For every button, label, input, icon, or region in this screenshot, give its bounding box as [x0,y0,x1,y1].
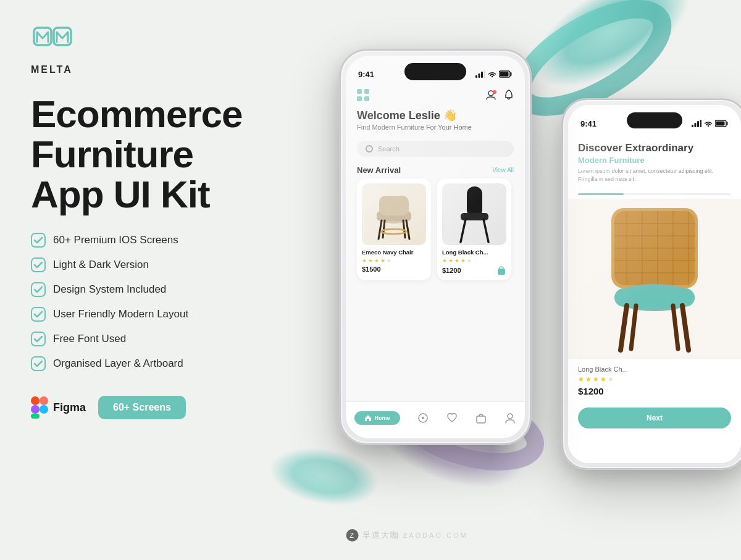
profile-icon [485,90,496,101]
logo-text: MELTA [31,64,73,75]
wifi-icon-2 [704,120,713,127]
chair-black-svg [454,183,495,245]
product-card-1[interactable]: Emeco Navy Chair ★ ★ ★ ★ ★ $1500 [357,178,431,280]
svg-rect-42 [697,121,699,127]
section-header: New Arrival View All [346,162,525,178]
header-icons [485,90,514,101]
dynamic-island-1 [404,63,466,80]
category-icon [417,412,429,424]
grid-icon [357,89,369,101]
screens-badge: 60+ Screens [98,396,186,419]
product-name-1: Emeco Navy Chair [362,249,426,256]
svg-rect-35 [498,269,505,275]
product-card-2[interactable]: Long Black Ch... ★ ★ ★ ★ ★ $1200 [437,178,511,280]
nav-home-label: Home [375,415,390,421]
svg-point-39 [508,414,513,419]
search-bar[interactable]: Search [357,141,514,157]
svg-line-33 [461,219,466,242]
svg-rect-43 [700,120,702,127]
view-all-link[interactable]: View All [492,167,514,173]
phone-frame-2: 9:41 [562,99,741,469]
progress-bar [578,193,731,195]
svg-rect-7 [31,307,45,321]
stars-1: ★ ★ ★ ★ ★ [362,257,426,264]
phone2-desc: Lorem ipsum dolor sit amet, consectetur … [578,167,731,183]
main-heading: Ecommerce Furniture App UI Kit [31,94,272,214]
figma-label: Figma [53,401,86,414]
status-time-1: 9:41 [358,70,374,79]
phone2-subtitle: Modern Furniture [578,156,731,165]
chair-rattan-svg [593,202,716,356]
svg-line-60 [621,306,627,350]
phone-main: 9:41 [340,49,531,445]
svg-rect-12 [31,405,40,414]
status-icons-2 [692,120,729,127]
nav-profile[interactable] [504,412,516,424]
svg-rect-11 [40,396,48,405]
figma-icon [31,396,48,419]
svg-point-37 [422,417,424,419]
feature-item-3: Design System Included [31,282,272,297]
search-circle-icon [366,145,373,153]
product-name-2: Long Black Ch... [442,249,506,256]
logo-icon [31,25,74,62]
check-icon-2 [31,257,46,272]
svg-rect-41 [695,123,697,127]
welcome-section: Welcome Leslie 👋 Find Modern Furniture F… [346,105,525,136]
svg-line-34 [484,219,488,242]
bag-icon [475,412,487,424]
svg-rect-16 [479,73,480,78]
feature-list: 60+ Premium IOS Screens Light & Dark Ver… [31,233,272,371]
svg-line-27 [406,220,409,239]
app-content-2: Discover Extraordinary Modern Furniture … [568,136,741,463]
user-icon [504,412,516,424]
status-time-2: 9:41 [580,119,597,128]
welcome-title: Welcome Leslie 👋 [357,109,514,122]
section-title: New Arrival [357,165,401,175]
nav-category[interactable] [417,412,429,424]
svg-point-14 [40,405,48,414]
product-image-1 [362,183,426,245]
svg-point-30 [382,229,406,234]
search-placeholder: Search [378,145,400,153]
feature-item-2: Light & Dark Version [31,257,272,272]
heading-line2: Furniture [31,133,193,175]
svg-rect-9 [31,357,45,370]
check-icon-6 [31,356,46,371]
next-button[interactable]: Next [578,407,731,428]
phone2-product-info: Long Black Ch... ★ ★ ★ ★ ★ $1200 [568,359,741,403]
svg-rect-4 [31,233,45,247]
welcome-subtitle: Find Modern Furniture For Your Home [357,123,514,131]
watermark-circle: Z [346,529,359,541]
wifi-icon [488,71,496,78]
svg-rect-31 [467,186,482,217]
phone-frame-1: 9:41 [340,49,531,445]
phone2-product-name: Long Black Ch... [578,366,731,373]
notification-icon [504,90,514,101]
watermark-text2: ZAODAO.COM [403,532,468,539]
svg-line-62 [631,306,636,349]
battery-icon-2 [715,120,729,127]
svg-rect-13 [31,414,40,419]
nav-cart[interactable] [475,412,487,424]
nav-wishlist[interactable] [446,412,458,424]
heading-line1: Ecommerce [31,93,243,135]
stars-2: ★ ★ ★ ★ ★ [442,257,506,264]
figma-badge: Figma [31,396,86,419]
phone-screen-1: 9:41 [346,56,525,438]
cart-icon [496,265,506,275]
logo-area: MELTA [31,25,272,75]
svg-point-21 [488,91,493,96]
svg-rect-40 [692,125,693,127]
check-icon-4 [31,307,46,322]
svg-rect-5 [31,258,45,272]
status-icons-1 [475,70,513,78]
footer-badges: Figma 60+ Screens [31,396,272,419]
svg-rect-15 [475,75,477,78]
svg-rect-10 [31,396,40,405]
product-image-2 [442,183,506,245]
nav-home[interactable]: Home [354,411,400,425]
heart-icon [446,412,458,424]
products-grid: Emeco Navy Chair ★ ★ ★ ★ ★ $1500 [346,178,525,280]
product-price-1: $1500 [362,265,426,273]
